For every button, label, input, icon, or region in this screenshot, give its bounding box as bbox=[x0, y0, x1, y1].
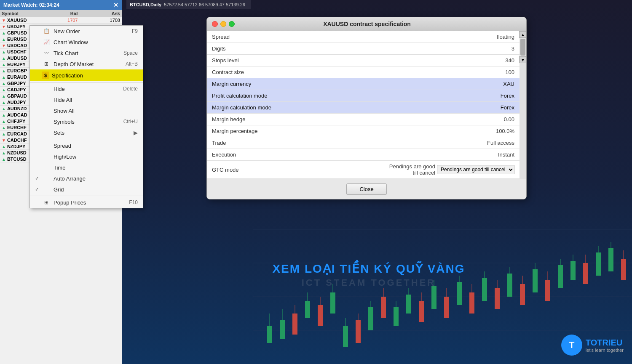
spec-table-row[interactable]: Profit calculation mode Forex bbox=[207, 90, 520, 102]
spec-table-row[interactable]: Digits 3 bbox=[207, 43, 520, 55]
menu-icon bbox=[42, 107, 51, 114]
scroll-down-btn[interactable]: ▼ bbox=[519, 56, 527, 63]
menu-item-hide[interactable]: Hide Delete bbox=[30, 83, 143, 94]
menu-icon: 〰 bbox=[42, 50, 51, 56]
ticker-symbol: BTCUSD,Daily bbox=[130, 2, 161, 7]
market-watch-row[interactable]: ▼ XAUUSD 1707 1708 bbox=[0, 17, 122, 24]
svg-rect-27 bbox=[406, 295, 411, 314]
symbol-name: GBPJPY bbox=[7, 81, 26, 86]
direction-arrow: ▲ bbox=[2, 106, 6, 111]
menu-shortcut: Alt+B bbox=[126, 61, 138, 67]
market-watch-title: Market Watch: 02:34:24 bbox=[3, 2, 59, 8]
spec-table-row[interactable]: Margin currency XAU bbox=[207, 78, 520, 90]
watermark-sub: ICT STEAM TOGETHER bbox=[190, 277, 548, 288]
menu-label: Hide All bbox=[54, 97, 138, 103]
svg-rect-55 bbox=[583, 263, 588, 284]
direction-arrow: ▲ bbox=[2, 119, 6, 124]
symbol-name: EURUSD bbox=[7, 37, 27, 42]
menu-item-popup-prices[interactable]: ⊞ Popup Prices F10 bbox=[30, 197, 143, 208]
menu-label: Tick Chart bbox=[54, 50, 123, 56]
menu-checkmark: ✓ bbox=[35, 187, 42, 192]
spec-table-row[interactable]: Margin calculation mode Forex bbox=[207, 102, 520, 114]
spec-value: floating bbox=[379, 31, 520, 43]
col-bid: Bid bbox=[35, 11, 78, 16]
svg-rect-5 bbox=[267, 326, 272, 343]
market-watch-close[interactable]: ✕ bbox=[113, 2, 118, 8]
gtc-dropdown[interactable]: Pendings are good till cancel bbox=[437, 165, 514, 174]
traffic-light-red[interactable] bbox=[212, 21, 218, 27]
menu-item-show-all[interactable]: Show All bbox=[30, 105, 143, 116]
menu-item-auto-arrange[interactable]: ✓ Auto Arrange bbox=[30, 173, 143, 184]
symbol-cell: ▼ XAUUSD bbox=[2, 18, 35, 23]
spec-table-row[interactable]: Stops level 340 bbox=[207, 55, 520, 66]
dialog-titlebar: XAUUSD contract specification bbox=[207, 17, 526, 31]
watermark-main: XEM LOẠI TIỀN KÝ QUỸ VÀNG bbox=[190, 262, 548, 276]
menu-icon bbox=[42, 85, 51, 92]
spec-value: 340 bbox=[379, 55, 520, 66]
scrollbar[interactable]: ▲ ▼ bbox=[520, 31, 526, 179]
contract-dialog: XAUUSD contract specification Spread flo… bbox=[206, 17, 527, 199]
menu-item-tick-chart[interactable]: 〰 Tick Chart Space bbox=[30, 48, 143, 58]
menu-label: Time bbox=[54, 165, 138, 171]
menu-item-hide-all[interactable]: Hide All bbox=[30, 94, 143, 105]
menu-item-depth-of-market[interactable]: ⊞ Depth Of Market Alt+B bbox=[30, 58, 143, 69]
menu-item-time[interactable]: Time bbox=[30, 162, 143, 173]
menu-icon: 📋 bbox=[42, 28, 51, 35]
menu-submenu-arrow: ▶ bbox=[134, 130, 138, 136]
spec-value: XAU bbox=[379, 78, 520, 90]
traffic-light-green[interactable] bbox=[229, 21, 235, 27]
menu-label: Hide bbox=[54, 86, 123, 92]
menu-label: Depth Of Market bbox=[54, 61, 126, 67]
spec-label: Margin hedge bbox=[207, 114, 379, 125]
traffic-light-yellow[interactable] bbox=[220, 21, 226, 27]
menu-item-symbols[interactable]: Symbols Ctrl+U bbox=[30, 116, 143, 127]
svg-rect-29 bbox=[419, 301, 424, 322]
svg-rect-31 bbox=[431, 286, 437, 309]
menu-label: Grid bbox=[54, 186, 138, 193]
symbol-name: EURCAD bbox=[7, 131, 27, 136]
menu-item-sets[interactable]: Sets ▶ bbox=[30, 127, 143, 138]
menu-item-grid[interactable]: ✓ Grid bbox=[30, 184, 143, 195]
dialog-close-button[interactable]: Close bbox=[346, 183, 386, 195]
spec-table-row[interactable]: Execution Instant bbox=[207, 149, 520, 161]
market-watch-columns: Symbol Bid Ask bbox=[0, 10, 122, 17]
svg-rect-61 bbox=[621, 259, 626, 280]
spec-value: Pendings are good till cancel Pendings a… bbox=[379, 161, 520, 179]
menu-item-new-order[interactable]: 📋 New Order F9 bbox=[30, 26, 143, 37]
menu-item-chart-window[interactable]: 📈 Chart Window bbox=[30, 37, 143, 48]
menu-icon bbox=[42, 118, 51, 125]
scrollbar-thumb[interactable] bbox=[520, 39, 525, 56]
symbol-name: USDJPY bbox=[7, 24, 26, 29]
menu-item-specification[interactable]: $ Specification bbox=[30, 69, 143, 81]
direction-arrow: ▼ bbox=[2, 18, 6, 23]
spec-label: Trade bbox=[207, 137, 379, 149]
svg-rect-57 bbox=[596, 252, 601, 276]
spec-table-row[interactable]: Contract size 100 bbox=[207, 66, 520, 78]
context-menu: 📋 New Order F9 📈 Chart Window 〰 Tick Cha… bbox=[29, 25, 143, 208]
svg-rect-41 bbox=[495, 288, 500, 309]
scroll-up-btn[interactable]: ▲ bbox=[519, 31, 527, 38]
spec-table: Spread floating Digits 3 Stops level 340… bbox=[207, 31, 520, 179]
spec-table-row[interactable]: Margin percentage 100.0% bbox=[207, 125, 520, 137]
symbol-name: CHFJPY bbox=[7, 119, 25, 124]
spec-label: Margin currency bbox=[207, 78, 379, 90]
spec-table-row[interactable]: Margin hedge 0.00 bbox=[207, 114, 520, 125]
spec-value: Forex bbox=[379, 90, 520, 102]
spec-label: Profit calculation mode bbox=[207, 90, 379, 102]
symbol-name: CADCHF bbox=[7, 138, 27, 143]
svg-rect-37 bbox=[469, 292, 474, 314]
menu-label: Show All bbox=[54, 108, 138, 114]
menu-icon bbox=[42, 96, 51, 103]
menu-label: New Order bbox=[54, 28, 132, 35]
menu-shortcut: Space bbox=[123, 50, 138, 56]
menu-label: Sets bbox=[54, 130, 134, 136]
spec-table-container: Spread floating Digits 3 Stops level 340… bbox=[207, 31, 526, 179]
spec-label: Margin calculation mode bbox=[207, 102, 379, 114]
menu-item-spread[interactable]: Spread bbox=[30, 140, 143, 151]
spec-table-row[interactable]: GTC mode Pendings are good till cancel P… bbox=[207, 161, 520, 179]
spec-table-row[interactable]: Trade Full access bbox=[207, 137, 520, 149]
menu-item-high-low[interactable]: High/Low bbox=[30, 151, 143, 162]
svg-rect-7 bbox=[280, 320, 285, 339]
logo-tagline: let's learn together bbox=[586, 348, 624, 353]
spec-table-row[interactable]: Spread floating bbox=[207, 31, 520, 43]
